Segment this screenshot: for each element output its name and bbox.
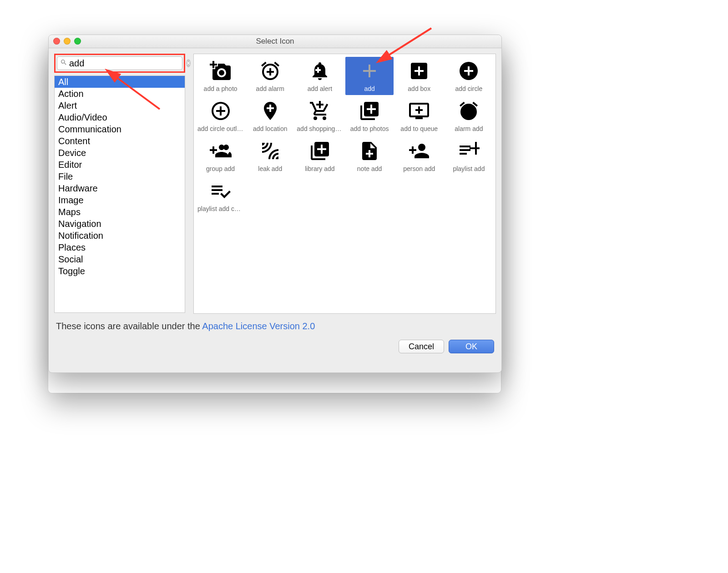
category-item[interactable]: Notification [55, 230, 185, 241]
icon-label: add alert [297, 85, 343, 92]
titlebar: Select Icon [49, 35, 501, 48]
annotation-highlight-search: ✕ [54, 54, 185, 73]
category-item[interactable]: Toggle [55, 265, 185, 277]
library-add-icon [308, 139, 332, 163]
add-box-icon [407, 59, 431, 83]
icon-cell-add[interactable]: add [345, 57, 393, 95]
icon-label: library add [297, 165, 343, 172]
category-item[interactable]: Action [55, 88, 185, 100]
zoom-window-button[interactable] [74, 38, 81, 45]
icon-label: add alarm [247, 85, 293, 92]
category-item[interactable]: Navigation [55, 218, 185, 230]
icon-cell-alarm-add[interactable]: alarm add [445, 97, 493, 135]
add-alert-icon [308, 59, 332, 83]
window-title: Select Icon [49, 37, 501, 46]
playlist-add-icon [456, 139, 481, 163]
icon-cell-add-to-queue[interactable]: add to queue [395, 97, 443, 135]
icon-label: add circle [446, 85, 492, 92]
group-add-icon [208, 139, 233, 163]
icon-cell-library-add[interactable]: library add [296, 137, 344, 175]
icon-cell-add-alarm[interactable]: add alarm [246, 57, 294, 95]
add-shopping-cart-icon [308, 99, 332, 123]
minimize-window-button[interactable] [64, 38, 71, 45]
add-to-photos-icon [357, 99, 382, 123]
add-circle-icon [456, 59, 481, 83]
icon-cell-note-add[interactable]: note add [345, 137, 393, 175]
icon-cell-add-box[interactable]: add box [395, 57, 443, 95]
note-add-icon [357, 139, 382, 163]
icon-label: person add [396, 165, 442, 172]
icon-label: add location [247, 125, 293, 132]
leak-add-icon [258, 139, 283, 163]
category-item[interactable]: Content [55, 135, 185, 147]
icon-cell-group-add[interactable]: group add [197, 137, 244, 175]
icon-cell-add-location[interactable]: add location [246, 97, 294, 135]
icon-cell-add-a-photo[interactable]: add a photo [197, 57, 244, 95]
icon-results-panel: add a photoadd alarmadd alertaddadd boxa… [193, 54, 496, 314]
search-icon [60, 58, 67, 68]
license-link[interactable]: Apache License Version 2.0 [202, 321, 315, 331]
icon-cell-leak-add[interactable]: leak add [246, 137, 294, 175]
category-item[interactable]: Social [55, 253, 185, 265]
category-list[interactable]: AllActionAlertAudio/VideoCommunicationCo… [54, 75, 185, 313]
dialog-window: Select Icon ✕ AllActionAlertAudio/VideoC… [48, 35, 502, 373]
alarm-add-icon [456, 99, 481, 123]
close-window-button[interactable] [53, 38, 60, 45]
icon-cell-person-add[interactable]: person add [395, 137, 443, 175]
add-circle-outline-icon [208, 99, 233, 123]
category-item[interactable]: Communication [55, 123, 185, 135]
category-item[interactable]: Hardware [55, 182, 185, 194]
icon-label: add [346, 85, 392, 92]
search-field[interactable]: ✕ [57, 56, 182, 70]
icon-label: playlist add [446, 165, 492, 172]
icon-label: add a photo [197, 85, 243, 92]
icon-label: playlist add check [197, 205, 243, 212]
category-item[interactable]: Image [55, 194, 185, 206]
icon-cell-add-alert[interactable]: add alert [296, 57, 344, 95]
add-alarm-icon [258, 59, 283, 83]
category-item[interactable]: Alert [55, 100, 185, 111]
category-item[interactable]: File [55, 171, 185, 182]
icon-label: add to photos [346, 125, 392, 132]
add-a-photo-icon [208, 59, 233, 83]
ok-button[interactable]: OK [449, 340, 494, 353]
icon-label: leak add [247, 165, 293, 172]
icon-label: note add [346, 165, 392, 172]
icon-cell-playlist-add[interactable]: playlist add [445, 137, 493, 175]
icon-label: add box [396, 85, 442, 92]
cancel-button[interactable]: Cancel [399, 340, 444, 353]
icon-cell-add-to-photos[interactable]: add to photos [345, 97, 393, 135]
category-item[interactable]: All [55, 76, 185, 88]
category-item[interactable]: Device [55, 147, 185, 159]
icon-label: add shopping cart [297, 125, 343, 132]
search-input[interactable] [67, 58, 186, 69]
playlist-add-check-icon [208, 179, 233, 203]
icon-cell-playlist-add-check[interactable]: playlist add check [197, 177, 244, 215]
clear-search-button[interactable]: ✕ [186, 59, 191, 67]
category-item[interactable]: Editor [55, 159, 185, 171]
icon-label: add to queue [396, 125, 442, 132]
add-to-queue-icon [407, 99, 431, 123]
person-add-icon [407, 139, 431, 163]
icon-label: group add [197, 165, 243, 172]
add-location-icon [258, 99, 283, 123]
add-icon [357, 59, 382, 83]
license-note: These icons are available under the Apac… [56, 321, 494, 332]
icon-cell-add-circle-outline[interactable]: add circle outline [197, 97, 244, 135]
category-item[interactable]: Places [55, 241, 185, 253]
icon-cell-add-shopping-cart[interactable]: add shopping cart [296, 97, 344, 135]
icon-label: alarm add [446, 125, 492, 132]
category-item[interactable]: Audio/Video [55, 111, 185, 123]
category-item[interactable]: Maps [55, 206, 185, 218]
icon-cell-add-circle[interactable]: add circle [445, 57, 493, 95]
icon-label: add circle outline [197, 125, 243, 132]
